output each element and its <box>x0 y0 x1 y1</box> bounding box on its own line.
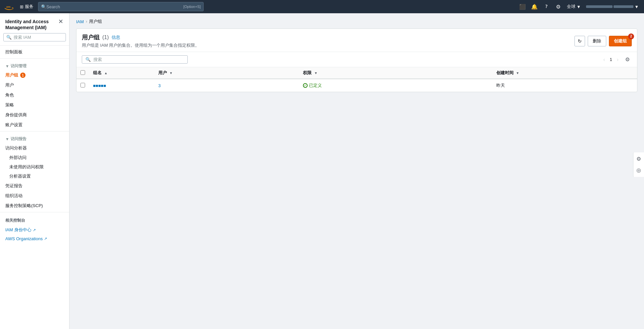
col-header-users[interactable]: 用户 ▼ <box>154 67 299 79</box>
sort-icon-created: ▼ <box>516 71 519 75</box>
cloudshell-icon: ⬛ <box>519 4 526 10</box>
unused-access-label: 未使用的访问权限 <box>9 164 44 169</box>
sidebar-item-analyzer-settings[interactable]: 分析器设置 <box>0 172 69 181</box>
sidebar-item-identity-providers[interactable]: 身份提供商 <box>0 110 69 120</box>
external-link-icon: ↗ <box>33 228 36 232</box>
col-header-created[interactable]: 创建时间 ▼ <box>492 67 637 79</box>
sidebar-item-users[interactable]: 用户 <box>0 80 69 90</box>
right-panel-icon-1[interactable]: ⚙ <box>633 154 644 164</box>
sidebar-item-iam-identity-center[interactable]: IAM 身份中心 ↗ <box>0 225 69 235</box>
help-button[interactable]: ? <box>541 1 552 12</box>
region-selector[interactable]: 全球 ▼ <box>565 2 583 11</box>
group-name-link[interactable]: ■■■■■ <box>93 83 106 88</box>
right-panel-icons: ⚙ ◎ <box>633 152 644 177</box>
divider-2 <box>0 58 69 59</box>
divider-3 <box>0 131 69 132</box>
table-search-bar: 🔍 <box>82 55 188 64</box>
aws-organizations-label: AWS Organizations <box>5 236 43 241</box>
help-icon: ? <box>545 4 548 9</box>
table-search-input[interactable] <box>93 57 184 62</box>
table-body: ■■■■■ 3 ✓ 已定义 昨天 <box>76 79 637 92</box>
right-panel-icon-2[interactable]: ◎ <box>633 165 644 176</box>
policies-label: 策略 <box>5 102 14 108</box>
permissions-status: ✓ 已定义 <box>303 82 488 88</box>
sidebar-item-org-activity[interactable]: 组织活动 <box>0 191 69 201</box>
created-time-cell: 昨天 <box>492 79 637 92</box>
chevron-down-icon-section: ▼ <box>5 64 9 69</box>
divider-4 <box>0 212 69 212</box>
check-icon: ✓ <box>303 83 308 88</box>
row-checkbox-cell <box>76 79 89 92</box>
sidebar-section-access-management[interactable]: ▼ 访问管理 <box>0 60 69 70</box>
sidebar-search-input[interactable] <box>14 35 63 40</box>
create-group-label: 创建组 <box>614 38 627 44</box>
search-shortcut-hint: [Option+S] <box>183 5 201 9</box>
access-analyzer-label: 访问分析器 <box>5 145 27 151</box>
breadcrumb-iam-link[interactable]: IAM <box>76 19 84 24</box>
user-account-menu[interactable]: ▼ <box>584 3 641 11</box>
users-col-label: 用户 <box>158 70 167 75</box>
col-header-group-name[interactable]: 组名 ▲ <box>89 67 154 79</box>
create-badge: 2 <box>628 33 634 39</box>
sidebar-item-access-analyzer[interactable]: 访问分析器 <box>0 143 69 153</box>
panel-title-area: 用户组 (1) 信息 用户组是 IAM 用户的集合。使用组为一个用户集合指定权限… <box>82 33 199 48</box>
sidebar-close-button[interactable]: ✕ <box>58 19 64 25</box>
settings-button[interactable]: ⚙ <box>553 1 564 12</box>
refresh-icon: ↻ <box>578 38 582 44</box>
external-access-label: 外部访问 <box>9 155 26 160</box>
table-row: ■■■■■ 3 ✓ 已定义 昨天 <box>76 79 637 92</box>
user-groups-table: 组名 ▲ 用户 ▼ 权限 ▼ 创建时间 ▼ <box>76 67 637 92</box>
user-bar-1 <box>586 5 613 8</box>
create-group-button[interactable]: 创建组 2 <box>609 36 632 46</box>
sort-icon-users: ▼ <box>170 71 173 75</box>
services-menu-button[interactable]: ⊞ 服务 <box>18 2 35 11</box>
next-page-button[interactable]: › <box>615 56 620 63</box>
sidebar-item-credential-report[interactable]: 凭证报告 <box>0 181 69 191</box>
table-search-icon: 🔍 <box>85 57 91 62</box>
col-header-permissions[interactable]: 权限 ▼ <box>299 67 492 79</box>
refresh-button[interactable]: ↻ <box>574 36 585 46</box>
panel-title: 用户组 <box>82 33 100 41</box>
sidebar-item-roles[interactable]: 角色 <box>0 90 69 100</box>
group-name-label: 组名 <box>93 70 102 75</box>
sidebar-title: Identity and Access Management (IAM) <box>5 19 58 30</box>
cloud-shell-button[interactable]: ⬛ <box>517 1 528 12</box>
row-checkbox[interactable] <box>80 83 85 87</box>
select-all-checkbox[interactable] <box>80 70 85 75</box>
dashboard-label: 控制面板 <box>5 49 23 55</box>
sort-icon-permissions: ▼ <box>314 71 318 75</box>
aws-logo[interactable] <box>3 3 15 10</box>
sidebar-item-external-access[interactable]: 外部访问 <box>0 153 69 162</box>
gear-icon: ⚙ <box>556 4 561 10</box>
users-count-link[interactable]: 3 <box>158 83 161 88</box>
identity-providers-label: 身份提供商 <box>5 112 27 118</box>
chevron-down-icon-reports: ▼ <box>5 137 9 141</box>
info-link[interactable]: 信息 <box>112 34 120 40</box>
sidebar: Identity and Access Management (IAM) ✕ 🔍… <box>0 13 70 329</box>
analyzer-settings-label: 分析器设置 <box>9 174 31 179</box>
notifications-button[interactable]: 🔔 <box>529 1 540 12</box>
users-label: 用户 <box>5 82 14 88</box>
page-number: 1 <box>610 57 612 62</box>
breadcrumb-current: 用户组 <box>89 19 102 25</box>
global-search-input[interactable] <box>46 4 183 9</box>
sidebar-item-scp[interactable]: 服务控制策略(SCP) <box>0 201 69 211</box>
sidebar-item-account-settings[interactable]: 账户设置 <box>0 120 69 130</box>
sidebar-item-user-groups[interactable]: 用户组 1 <box>0 70 69 80</box>
sort-icon-group-name: ▲ <box>104 71 108 75</box>
nav-right-area: ⬛ 🔔 ? ⚙ 全球 ▼ ▼ <box>517 1 641 12</box>
org-activity-label: 组织活动 <box>5 193 23 199</box>
sidebar-section-access-reports[interactable]: ▼ 访问报告 <box>0 133 69 143</box>
sidebar-item-dashboard[interactable]: 控制面板 <box>0 47 69 57</box>
table-settings-button[interactable]: ⚙ <box>623 56 632 63</box>
sidebar-item-unused-access[interactable]: 未使用的访问权限 <box>0 162 69 172</box>
delete-button[interactable]: 删除 <box>588 36 606 46</box>
prev-page-button[interactable]: ‹ <box>601 56 607 63</box>
sidebar-item-policies[interactable]: 策略 <box>0 100 69 110</box>
checkbox-header <box>76 67 89 79</box>
credential-report-label: 凭证报告 <box>5 183 23 189</box>
scp-label: 服务控制策略(SCP) <box>5 203 43 209</box>
sidebar-item-aws-organizations[interactable]: AWS Organizations ↗ <box>0 235 69 243</box>
divider-1 <box>0 45 69 46</box>
sidebar-search-icon: 🔍 <box>6 35 12 40</box>
